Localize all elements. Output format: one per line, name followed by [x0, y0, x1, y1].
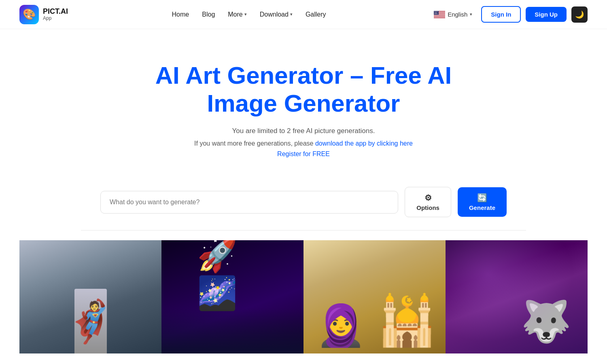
- nav-home[interactable]: Home: [172, 11, 189, 18]
- nav-more[interactable]: More ▾: [228, 11, 246, 18]
- more-chevron-icon: ▾: [244, 12, 247, 17]
- logo-sub: App: [43, 15, 68, 21]
- section-divider: [81, 230, 526, 231]
- generator-section: ⚙ Options 🔄 Generate: [81, 174, 526, 224]
- generate-label: Generate: [469, 204, 495, 211]
- gallery-item[interactable]: [19, 240, 161, 353]
- signup-button[interactable]: Sign Up: [526, 7, 567, 22]
- svg-rect-4: [434, 15, 445, 15]
- moon-icon: 🌙: [575, 10, 584, 19]
- prompt-input[interactable]: [100, 191, 398, 214]
- hero-subtitle: You are limited to 2 free AI picture gen…: [19, 127, 588, 135]
- register-free-link[interactable]: Register for FREE: [277, 150, 330, 158]
- generate-button[interactable]: 🔄 Generate: [458, 187, 507, 217]
- logo-text: PICT.AI App: [43, 8, 68, 21]
- hero-links: If you want more free generations, pleas…: [19, 140, 588, 158]
- lang-chevron-icon: ▾: [470, 12, 472, 17]
- options-label: Options: [416, 204, 439, 211]
- logo-name: PICT.AI: [43, 8, 68, 16]
- nav-download[interactable]: Download ▾: [260, 11, 293, 18]
- language-label: English: [448, 11, 467, 18]
- nav-gallery[interactable]: Gallery: [306, 11, 326, 18]
- gallery-item[interactable]: [304, 240, 446, 353]
- language-selector[interactable]: ★★★ ★★ ★★★ English ▾: [430, 8, 476, 21]
- svg-rect-5: [434, 16, 445, 16]
- navbar: 🎨 PICT.AI App Home Blog More ▾ Download …: [0, 0, 607, 29]
- svg-rect-6: [434, 17, 445, 17]
- navbar-right: ★★★ ★★ ★★★ English ▾ Sign In Sign Up 🌙: [430, 6, 588, 23]
- hero-title: AI Art Generator – Free AI Image Generat…: [142, 61, 465, 117]
- gear-icon: ⚙: [424, 193, 432, 203]
- nav-blog[interactable]: Blog: [202, 11, 215, 18]
- logo[interactable]: 🎨 PICT.AI App: [19, 5, 68, 24]
- download-chevron-icon: ▾: [290, 12, 293, 17]
- signin-button[interactable]: Sign In: [481, 6, 521, 23]
- refresh-icon: 🔄: [477, 193, 487, 203]
- svg-text:★: ★: [437, 13, 438, 15]
- hero-free-info: If you want more free generations, pleas…: [194, 140, 413, 147]
- download-app-link[interactable]: download the app by clicking here: [315, 140, 413, 147]
- flag-icon: ★★★ ★★ ★★★: [434, 11, 445, 18]
- options-button[interactable]: ⚙ Options: [405, 187, 451, 217]
- gallery-item[interactable]: [446, 240, 588, 353]
- gallery-section: [0, 240, 607, 353]
- logo-icon: 🎨: [19, 5, 39, 24]
- hero-section: AI Art Generator – Free AI Image Generat…: [0, 29, 607, 174]
- theme-toggle-button[interactable]: 🌙: [571, 6, 588, 23]
- nav-links: Home Blog More ▾ Download ▾ Gallery: [172, 11, 326, 18]
- gallery-item[interactable]: [161, 240, 304, 353]
